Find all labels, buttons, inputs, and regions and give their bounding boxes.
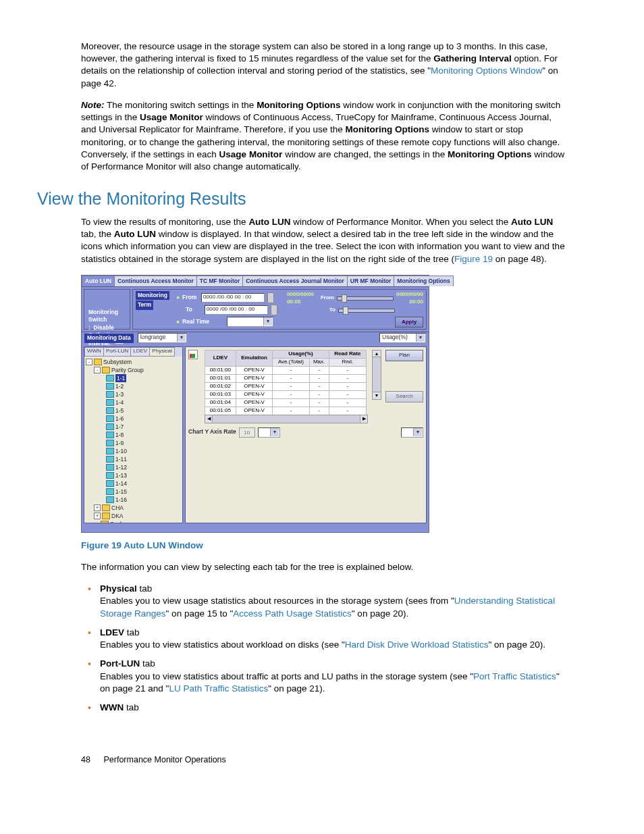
tree-body[interactable]: -Subsystem -Parity Group 1-1 1-2 1-3 1-4… [84,357,182,523]
bullet-ldev: LDEV tab Enables you to view statistics … [81,627,566,651]
from-date-input[interactable]: 0000 /00 /00 00 : 00 [201,293,265,303]
top-tab-bar: Auto LUN Continuous Access Monitor TC MF… [82,276,429,286]
tab-monitoring-options[interactable]: Monitoring Options [394,276,453,286]
monitoring-data-select[interactable]: longrange [138,333,187,343]
page-number: 48 [81,754,101,766]
monitoring-data-bar: Monitoring Data longrange Usage(%) [82,332,429,344]
tab-tc-mf-monitor[interactable]: TC MF Monitor [196,276,243,286]
link-access-path-usage-statistics[interactable]: Access Path Usage Statistics [233,608,352,619]
paragraph-tabs-intro: The information you can view by selectin… [81,561,566,573]
heading-view-monitoring-results: View the Monitoring Results [37,188,566,211]
tab-continuous-access-monitor[interactable]: Continuous Access Monitor [114,276,197,286]
paragraph-storage-range: Moreover, the resource usage in the stor… [81,41,566,90]
footer-title: Performance Monitor Operations [103,755,225,764]
chart-right-dropdown[interactable] [401,427,423,438]
folder-icon [94,359,102,365]
tab-description-list: Physical tab Enables you to view usage s… [81,583,566,714]
tab-ur-mf-monitor[interactable]: UR MF Monitor [347,276,394,286]
tree-tab-physical[interactable]: Physical [149,347,175,357]
from-slider[interactable] [337,296,394,301]
apply-button[interactable]: Apply [395,317,423,328]
bullet-physical: Physical tab Enables you to view usage s… [81,583,566,620]
to-date-input[interactable]: 0000 /00 /00 00 : 00 [205,305,268,315]
page-footer: 48 Performance Monitor Operations [81,754,566,766]
to-slider[interactable] [338,309,395,313]
tab-auto-lun[interactable]: Auto LUN [82,276,115,286]
chart-y-axis-label: Chart Y Axis Rate [188,428,236,436]
plan-button[interactable]: Plan [385,350,423,361]
tree-tab-wwn[interactable]: WWN [84,347,104,357]
from-spin[interactable] [267,292,274,303]
bullet-wwn: WWN tab [81,702,566,714]
realtime-select[interactable] [227,317,273,327]
chart-icon[interactable] [188,350,198,359]
search-button[interactable]: Search [385,391,423,402]
link-port-traffic-statistics[interactable]: Port Traffic Statistics [473,671,556,681]
monitoring-status-panel: Monitoring Switch : Disable Gathering In… [84,289,130,330]
link-figure-19[interactable]: Figure 19 [454,254,493,264]
tree-tab-port-lun[interactable]: Port-LUN [103,347,131,357]
bullet-port-lun: Port-LUN tab Enables you to view statist… [81,658,566,695]
link-monitoring-options-window[interactable]: Monitoring Options Window [431,66,542,76]
link-hard-disk-drive-workload-statistics[interactable]: Hard Disk Drive Workload Statistics [345,640,489,650]
note-paragraph: Note: The monitoring switch settings in … [81,99,566,173]
to-spin[interactable] [271,305,277,315]
paragraph-view-results: To view the results of monitoring, use t… [81,216,566,265]
tree-tab-ldev[interactable]: LDEV [130,347,150,357]
detail-panel: LDEV Emulation Usage(%) Read Rate Ave.(T… [185,346,427,523]
chart-y-axis-value[interactable]: 10 [239,427,255,438]
chart-rate-dropdown[interactable] [258,427,280,438]
link-lu-path-traffic-statistics[interactable]: LU Path Traffic Statistics [169,683,268,694]
usage-select[interactable]: Usage(%) [379,333,426,343]
folder-icon [102,367,110,373]
disk-icon [106,375,114,382]
auto-lun-window-screenshot: Auto LUN Continuous Access Monitor TC MF… [81,275,429,533]
figure-caption: Figure 19 Auto LUN Window [81,540,566,552]
chart-area [188,440,423,520]
tree-panel: WWN Port-LUN LDEV Physical -Subsystem -P… [84,346,183,523]
vertical-scrollbar[interactable] [372,350,381,400]
monitoring-term-panel: Monitoring Term ● From 0000 /00 /00 00 :… [132,289,427,330]
horizontal-scrollbar[interactable] [205,415,368,423]
tab-continuous-access-journal-monitor[interactable]: Continuous Access Journal Monitor [242,276,348,286]
ldev-table: LDEV Emulation Usage(%) Read Rate Ave.(T… [205,350,367,415]
